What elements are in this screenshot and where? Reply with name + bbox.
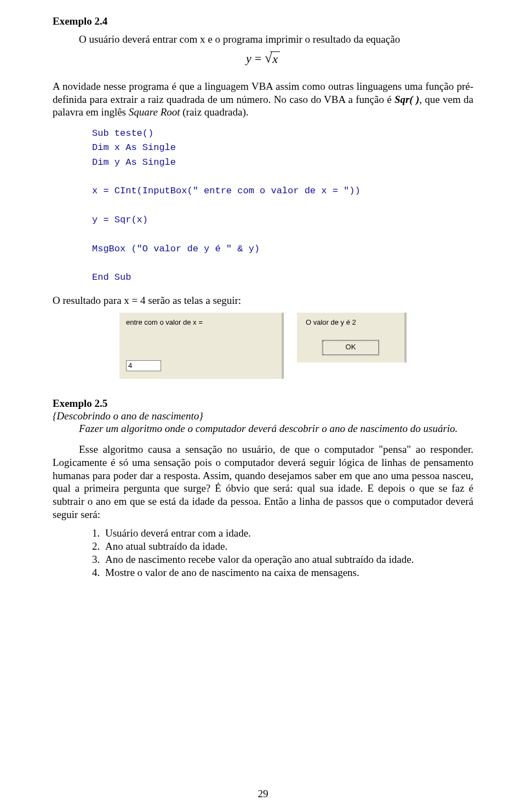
list-item: 4. Mostre o valor de ano de nascimento n… — [92, 566, 473, 579]
equation-equals: = — [255, 51, 261, 66]
step-text: Ano de nascimento recebe valor da operaç… — [105, 553, 414, 566]
step-number: 1. — [92, 527, 105, 540]
heading-exemplo-2-5: Exemplo 2.5 — [53, 398, 473, 410]
equation-radicand: x — [270, 51, 280, 66]
equation-lhs: y — [246, 51, 251, 66]
msgbox-dialog: O valor de y é 2 OK — [297, 313, 407, 362]
step-number: 4. — [92, 566, 105, 579]
inputbox-dialog: entre com o valor de x = — [119, 313, 284, 379]
step-text: Usuário deverá entrar com a idade. — [105, 527, 251, 540]
task-2-5: Fazer um algoritmo onde o computador dev… — [53, 422, 473, 435]
sqr-keyword: Sqr( ) — [395, 94, 419, 105]
inputbox-prompt: entre com o valor de x = — [126, 318, 275, 326]
step-number: 3. — [92, 553, 105, 566]
step-text: Mostre o valor de ano de nascimento na c… — [105, 566, 359, 579]
ok-button[interactable]: OK — [323, 341, 379, 355]
list-item: 1. Usuário deverá entrar com a idade. — [92, 527, 473, 540]
explain-sqr-3: (raiz quadrada). — [180, 106, 249, 118]
step-number: 2. — [92, 540, 105, 553]
result-caption: O resultado para x = 4 serão as telas a … — [53, 294, 473, 307]
list-item: 2. Ano atual subtraído da idade. — [92, 540, 473, 553]
inputbox-field[interactable] — [126, 360, 161, 371]
square-root-term: Square Root — [129, 106, 180, 118]
explain-sqr: A novidade nesse programa é que a lingua… — [53, 80, 473, 119]
sqrt-icon: √ x — [265, 51, 280, 66]
list-item: 3. Ano de nascimento recebe valor da ope… — [92, 553, 473, 566]
step-text: Ano atual subtraído da idade. — [105, 540, 227, 553]
screenshots-row: entre com o valor de x = O valor de y é … — [53, 313, 473, 379]
msgbox-text: O valor de y é 2 — [306, 318, 356, 326]
vba-code-block: Sub teste() Dim x As Single Dim y As Sin… — [92, 126, 473, 285]
intro-2-4: O usuário deverá entrar com x e o progra… — [53, 33, 473, 46]
page-number: 29 — [0, 788, 526, 800]
equation-y-sqrt-x: y = √ x — [53, 51, 473, 73]
heading-exemplo-2-4: Exemplo 2.4 — [53, 15, 473, 27]
subtitle-2-5: {Descobrindo o ano de nascimento} — [53, 410, 473, 423]
discussion-2-5: Esse algoritmo causa a sensação no usuár… — [53, 443, 473, 521]
steps-list: 1. Usuário deverá entrar com a idade. 2.… — [53, 527, 473, 580]
